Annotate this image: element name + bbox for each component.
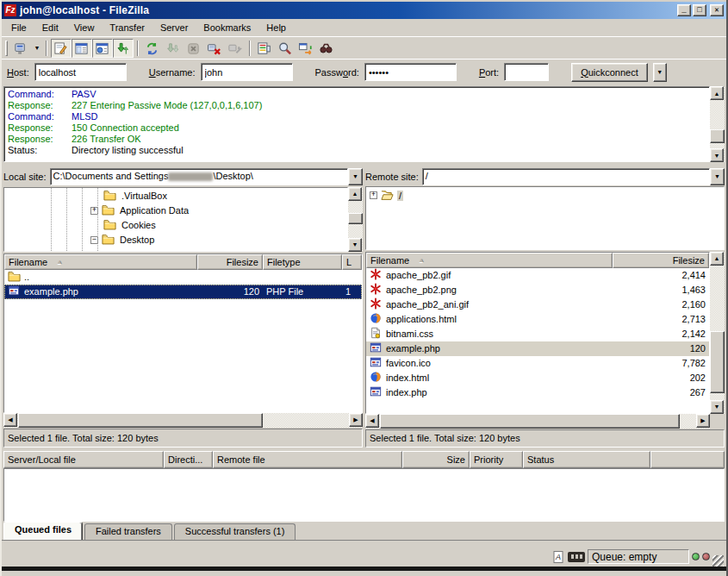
scrollbar-thumb[interactable] [710,129,725,143]
toggle-queue-button[interactable] [113,39,134,58]
expand-icon[interactable]: + [370,191,377,199]
remote-site-combo[interactable]: / ▼ [422,168,725,185]
tab-successful-transfers-1[interactable]: Successful transfers (1) [174,523,296,540]
column-header-filename[interactable]: Filename▲ [366,253,613,268]
tree-item-label[interactable]: .VirtualBox [120,191,169,201]
quickconnect-button[interactable]: Quickconnect [571,63,648,82]
port-input[interactable] [504,63,549,81]
toggle-local-tree-button[interactable] [72,39,92,58]
column-header-filetype[interactable]: Filetype [263,254,342,270]
message-log[interactable]: Command:PASVResponse:227 Entering Passiv… [3,86,710,162]
tree-item[interactable]: +/ [366,188,724,203]
scroll-down-icon[interactable]: ▼ [710,400,724,414]
site-manager-button[interactable] [11,39,32,58]
local-site-combo[interactable]: C:\Documents and Settings\Desktop\ ▼ [50,168,363,185]
tree-item-label[interactable]: / [397,191,403,201]
remote-horizontal-scrollbar[interactable]: ◀ ▶ [365,414,710,429]
remote-file-list[interactable]: apache_pb2.gif2,414apache_pb2.png1,463ap… [366,268,709,413]
process-queue-button[interactable] [163,39,184,58]
filter-button[interactable] [254,39,275,58]
local-horizontal-scrollbar[interactable]: ◀ ▶ [3,413,363,428]
file-row[interactable]: index.html202 [366,371,709,385]
tab-queued-files[interactable]: Queued files [3,522,83,540]
scroll-right-icon[interactable]: ▶ [696,414,710,428]
tree-item-label[interactable]: Application Data [118,205,190,216]
remote-site-path[interactable]: / [422,168,710,185]
minimize-button[interactable]: _ [677,4,691,16]
scrollbar-thumb[interactable] [380,414,680,429]
file-row[interactable]: applications.html2,713 [366,312,709,327]
tree-item-label[interactable]: Desktop [118,235,156,245]
scrollbar-thumb[interactable] [348,213,363,224]
maximize-button[interactable]: □ [693,4,706,16]
username-input[interactable] [201,63,293,81]
scroll-down-icon[interactable]: ▼ [710,148,724,162]
menu-edit[interactable]: Edit [34,21,66,34]
synchronized-browsing-button[interactable] [296,39,316,58]
file-row[interactable]: .. [4,270,362,285]
file-row[interactable]: favicon.ico7,782 [366,356,709,371]
scroll-up-icon[interactable]: ▲ [710,86,724,100]
chevron-down-icon[interactable]: ▼ [710,168,725,185]
refresh-button[interactable] [142,39,163,58]
scroll-up-icon[interactable]: ▲ [710,252,724,266]
local-file-list[interactable]: ..example.php120PHP File1 [4,270,362,413]
file-row[interactable]: apache_pb2_ani.gif2,160 [366,297,709,312]
cancel-button[interactable] [184,39,204,58]
file-row[interactable]: bitnami.css2,142 [366,327,709,341]
scroll-right-icon[interactable]: ▶ [349,413,363,427]
speed-limits-icon[interactable] [568,552,585,562]
column-header-size[interactable]: Size [402,451,470,468]
scroll-left-icon[interactable]: ◀ [365,414,379,428]
tree-item[interactable]: −Desktop [4,233,347,247]
menu-view[interactable]: View [66,21,103,34]
title-bar[interactable]: Fz john@localhost - FileZilla _ □ ✕ [2,2,726,19]
local-tree-scrollbar[interactable]: ▲ ▼ [348,187,363,252]
menu-transfer[interactable]: Transfer [102,21,152,34]
toolbar-grip[interactable] [5,41,8,56]
site-manager-dropdown-icon[interactable]: ▼ [32,39,42,58]
menu-bookmarks[interactable]: Bookmarks [196,21,258,34]
find-files-button[interactable] [316,39,337,58]
column-header-filesize[interactable]: Filesize [613,253,709,268]
menu-server[interactable]: Server [152,21,196,34]
column-header-l[interactable]: L [342,254,362,270]
tree-item[interactable]: +Application Data [4,203,347,218]
resize-grip[interactable] [712,555,724,567]
column-header-directi[interactable]: Directi... [164,451,213,468]
chevron-down-icon[interactable]: ▼ [348,168,363,185]
local-directory-tree[interactable]: .VirtualBox+Application DataCookies−Desk… [3,187,348,252]
file-row[interactable]: example.php120 [366,341,709,356]
file-row[interactable]: apache_pb2.png1,463 [366,283,709,297]
column-header-remotefile[interactable]: Remote file [213,451,402,468]
column-header-serverlocalfile[interactable]: Server/Local file [3,451,164,468]
scroll-down-icon[interactable]: ▼ [348,238,362,252]
close-button[interactable]: ✕ [710,4,724,16]
scroll-left-icon[interactable]: ◀ [3,413,17,427]
menu-file[interactable]: File [3,21,34,34]
column-header-status[interactable]: Status [523,451,650,468]
tree-item-label[interactable]: Cookies [120,220,158,230]
transfer-queue-list[interactable] [3,468,725,522]
log-vertical-scrollbar[interactable]: ▲ ▼ [710,86,725,162]
scrollbar-thumb[interactable] [18,413,263,428]
toggle-message-log-button[interactable] [51,39,72,58]
column-header-[interactable] [650,451,725,468]
tree-item[interactable]: .VirtualBox [4,189,347,203]
reconnect-button[interactable] [225,39,246,58]
column-header-filesize[interactable]: Filesize [197,254,263,270]
file-row[interactable]: example.php120PHP File1 [4,285,362,299]
scrollbar-thumb[interactable] [710,331,725,393]
menu-help[interactable]: Help [258,21,294,34]
column-header-filename[interactable]: Filename▲ [4,254,197,270]
tree-item[interactable]: Cookies [4,218,347,233]
host-input[interactable] [34,63,127,81]
file-row[interactable]: index.php267 [366,385,709,400]
scroll-up-icon[interactable]: ▲ [348,187,362,201]
remote-directory-tree[interactable]: +/ [365,186,725,249]
quickconnect-dropdown-icon[interactable]: ▼ [653,63,667,82]
toggle-remote-tree-button[interactable] [92,39,113,58]
remote-list-scrollbar[interactable]: ▲ ▼ [710,252,725,414]
directory-comparison-button[interactable] [275,39,296,58]
data-type-icon[interactable]: A [551,550,565,564]
